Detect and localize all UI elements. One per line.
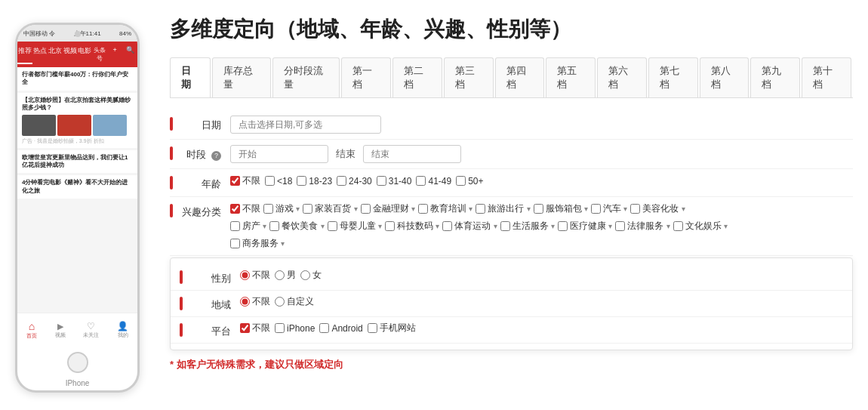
date-input[interactable] [230, 116, 381, 134]
bottom-nav-profile[interactable]: 我的 [117, 321, 128, 339]
time-end-input[interactable] [363, 145, 461, 163]
interest-entertainment-checkbox[interactable] [673, 221, 683, 231]
platform-mobile-web-checkbox[interactable] [368, 323, 377, 333]
nav-movie[interactable]: 电影 [78, 45, 93, 64]
tab-inventory[interactable]: 库存总量 [212, 57, 271, 97]
tab-slot5[interactable]: 第五档 [546, 57, 596, 97]
interest-beauty-checkbox[interactable] [630, 204, 640, 214]
interest-health-checkbox[interactable] [558, 221, 568, 231]
platform-mobile-web[interactable]: 手机网站 [368, 322, 416, 334]
nav-toutiao[interactable]: 头条号 [92, 45, 107, 64]
tab-slot2[interactable]: 第二档 [392, 57, 442, 97]
bottom-nav-home[interactable]: 首页 [26, 320, 37, 340]
age-31-40[interactable]: 31-40 [377, 176, 412, 187]
tab-slot4[interactable]: 第四档 [495, 57, 545, 97]
interest-legal-checkbox[interactable] [615, 221, 625, 231]
interest-fashion[interactable]: 服饰箱包 ▾ [534, 202, 588, 215]
interest-beauty[interactable]: 美容化妆 ▾ [630, 202, 685, 215]
gender-unlimited[interactable]: 不限 [240, 269, 270, 282]
interest-food[interactable]: 餐饮美食 ▾ [269, 220, 324, 233]
interest-sports-checkbox[interactable] [442, 221, 452, 231]
platform-unlimited-checkbox[interactable] [240, 323, 250, 333]
bottom-nav-follow[interactable]: 未关注 [83, 321, 99, 339]
interest-game[interactable]: 游戏 ▾ [263, 202, 300, 215]
age-under18[interactable]: <18 [265, 176, 292, 187]
gender-female[interactable]: 女 [300, 269, 322, 282]
age-41-49[interactable]: 41-49 [416, 176, 451, 187]
tab-slot7[interactable]: 第七档 [648, 57, 698, 97]
platform-unlimited[interactable]: 不限 [240, 322, 270, 334]
interest-baby[interactable]: 母婴儿童 ▾ [328, 220, 382, 233]
interest-fashion-checkbox[interactable] [534, 204, 543, 214]
interest-game-checkbox[interactable] [263, 204, 273, 214]
age-41-49-checkbox[interactable] [416, 176, 426, 186]
interest-car[interactable]: 汽车 ▾ [591, 202, 627, 215]
tab-slot1[interactable]: 第一档 [341, 57, 391, 97]
age-24-30-checkbox[interactable] [337, 176, 346, 186]
interest-entertainment[interactable]: 文化娱乐 ▾ [673, 220, 728, 233]
gender-unlimited-radio[interactable] [240, 270, 250, 280]
platform-android-checkbox[interactable] [319, 323, 329, 333]
interest-home-checkbox[interactable] [303, 204, 312, 214]
age-under18-checkbox[interactable] [265, 176, 275, 186]
interest-realestate-checkbox[interactable] [230, 221, 240, 231]
tab-date[interactable]: 日期 [170, 57, 211, 97]
interest-unlimited[interactable]: 不限 [230, 202, 260, 215]
gender-male-radio[interactable] [275, 270, 285, 280]
interest-education[interactable]: 教育培训 ▾ [418, 202, 472, 215]
age-unlimited-checkbox[interactable] [230, 176, 240, 186]
interest-legal[interactable]: 法律服务 ▾ [615, 220, 669, 233]
age-unlimited[interactable]: 不限 [230, 174, 260, 187]
nav-video[interactable]: 视频 [63, 45, 78, 64]
interest-life-checkbox[interactable] [500, 221, 510, 231]
interest-travel[interactable]: 旅游出行 ▾ [476, 202, 530, 215]
interest-education-checkbox[interactable] [418, 204, 428, 214]
tab-slot6[interactable]: 第六档 [597, 57, 647, 97]
bottom-nav-video[interactable]: 视频 [55, 322, 66, 339]
interest-life[interactable]: 生活服务 ▾ [500, 220, 555, 233]
age-24-30[interactable]: 24-30 [337, 176, 372, 187]
news-item-2[interactable]: 【北京婚纱照】在北京拍套这样美腻婚纱照多少钱？ 广告 · 我喜是婚纱拍摄，3.9… [17, 93, 137, 148]
region-custom[interactable]: 自定义 [275, 295, 314, 308]
interest-travel-checkbox[interactable] [476, 204, 485, 214]
gender-female-radio[interactable] [300, 270, 310, 280]
interest-finance[interactable]: 金融理财 ▾ [361, 202, 415, 215]
nav-search[interactable]: 🔍 [122, 45, 137, 64]
interest-business[interactable]: 商务服务 ▾ [230, 237, 285, 250]
tab-slot10[interactable]: 第十档 [802, 57, 851, 97]
news-item-4[interactable]: 4分钟看完电影《赌神》看不大开始的进化之旅 [17, 175, 137, 199]
interest-home[interactable]: 家装百货 ▾ [303, 202, 357, 215]
interest-health[interactable]: 医疗健康 ▾ [558, 220, 612, 233]
time-start-input[interactable] [230, 145, 328, 163]
region-custom-radio[interactable] [275, 297, 285, 307]
interest-car-checkbox[interactable] [591, 204, 601, 214]
age-50plus-checkbox[interactable] [456, 176, 466, 186]
nav-hot[interactable]: 热点 [32, 45, 48, 64]
platform-iphone-checkbox[interactable] [275, 323, 285, 333]
interest-realestate[interactable]: 房产 ▾ [230, 220, 266, 233]
region-unlimited[interactable]: 不限 [240, 295, 270, 308]
gender-male[interactable]: 男 [275, 269, 296, 282]
nav-beijing[interactable]: 北京 [48, 45, 63, 64]
nav-plus[interactable]: + [107, 45, 122, 64]
news-item-3[interactable]: 欧增世皇宮更新里物品达到，我们要让1亿花后提神成功 [17, 150, 137, 174]
interest-baby-checkbox[interactable] [328, 221, 337, 231]
tab-slot3[interactable]: 第三档 [444, 57, 494, 97]
region-unlimited-radio[interactable] [240, 297, 250, 307]
age-50plus[interactable]: 50+ [456, 176, 483, 187]
news-item-1[interactable]: 行者都市门槛年薪400万：行你们年户安全 [17, 67, 137, 91]
interest-sports[interactable]: 体育运动 ▾ [442, 220, 497, 233]
interest-finance-checkbox[interactable] [361, 204, 371, 214]
interest-tech-checkbox[interactable] [385, 221, 395, 231]
tab-timeslot[interactable]: 分时段流量 [272, 57, 340, 97]
nav-recommended[interactable]: 推荐 [17, 45, 32, 64]
tab-slot9[interactable]: 第九档 [750, 57, 800, 97]
interest-tech[interactable]: 科技数码 ▾ [385, 220, 439, 233]
interest-business-checkbox[interactable] [230, 239, 240, 248]
age-31-40-checkbox[interactable] [377, 176, 386, 186]
platform-iphone[interactable]: iPhone [275, 323, 315, 334]
interest-unlimited-checkbox[interactable] [230, 204, 240, 214]
age-18-23-checkbox[interactable] [297, 176, 306, 186]
platform-android[interactable]: Android [319, 323, 362, 334]
age-18-23[interactable]: 18-23 [297, 176, 332, 187]
